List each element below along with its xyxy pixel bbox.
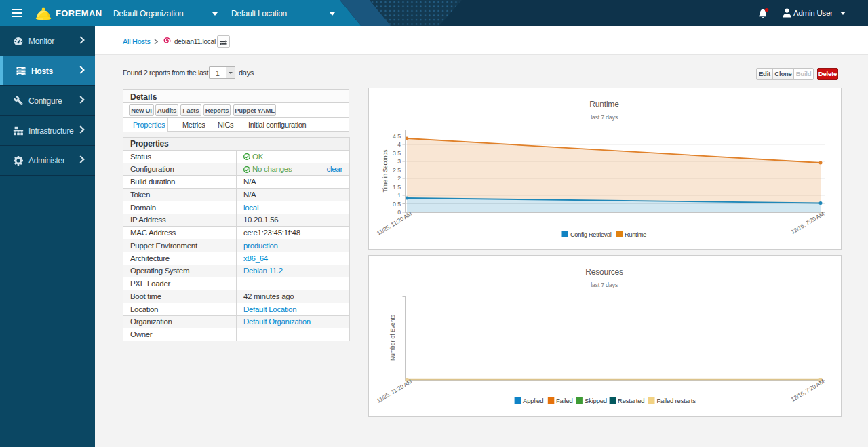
svg-text:1.5: 1.5 [393,184,401,191]
svg-text:12/16, 7:20 AM: 12/16, 7:20 AM [790,210,825,235]
svg-text:0.5: 0.5 [393,201,401,208]
svg-text:Number of Events: Number of Events [389,315,396,361]
svg-text:Failed: Failed [556,397,573,404]
svg-text:2.5: 2.5 [393,167,401,174]
svg-text:3: 3 [397,158,401,165]
svg-text:12/16, 7:20 AM: 12/16, 7:20 AM [790,378,825,403]
svg-text:Failed restarts: Failed restarts [657,397,696,404]
svg-text:2: 2 [397,175,401,182]
svg-text:Skipped: Skipped [585,397,607,404]
svg-text:Config Retrieval: Config Retrieval [570,231,612,238]
svg-text:3.5: 3.5 [393,150,401,157]
svg-text:Runtime: Runtime [625,231,646,238]
svg-text:1: 1 [397,192,401,199]
svg-text:Applied: Applied [523,397,543,404]
svg-text:last 7 days: last 7 days [591,281,618,288]
svg-text:0: 0 [397,209,401,216]
svg-text:Restarted: Restarted [618,397,644,404]
svg-text:11/25, 11:20 AM: 11/25, 11:20 AM [376,378,413,404]
svg-text:4.5: 4.5 [393,133,401,140]
svg-text:Resources: Resources [585,267,623,277]
svg-text:4: 4 [397,141,401,148]
svg-text:11/25, 11:20 AM: 11/25, 11:20 AM [376,210,413,237]
svg-text:Time in Seconds: Time in Seconds [382,150,389,193]
svg-text:Runtime: Runtime [589,100,619,109]
svg-text:last 7 days: last 7 days [591,114,618,121]
